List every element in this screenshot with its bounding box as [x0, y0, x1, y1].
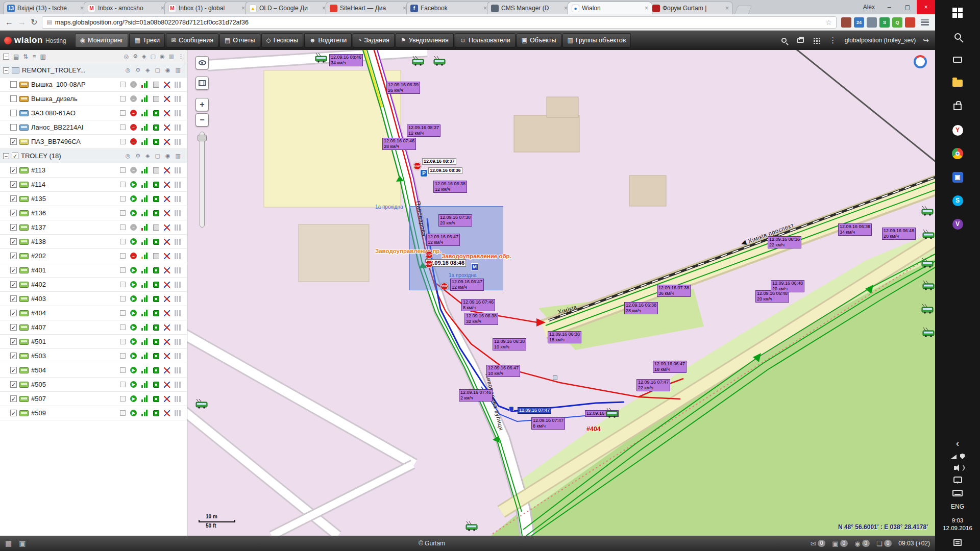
columns-icon[interactable]: ▥	[40, 53, 45, 60]
nav-item[interactable]: ✉Сообщения	[166, 33, 218, 47]
search-icon[interactable]	[779, 38, 789, 43]
extension-icon[interactable]	[841, 17, 851, 28]
map-unit-trolleybus-icon[interactable]	[922, 230, 935, 239]
forward-button[interactable]: →	[18, 18, 26, 27]
sort-icon[interactable]: ⇅	[23, 53, 28, 60]
tab-close-icon[interactable]: ×	[645, 5, 648, 12]
back-button[interactable]: ←	[5, 18, 13, 27]
tray-expand-icon[interactable]: ‹	[956, 440, 959, 447]
map-unit-trolleybus-icon[interactable]	[195, 399, 208, 409]
unit-checkbox[interactable]: ✓	[10, 224, 17, 231]
map-unit-trolleybus-icon[interactable]	[315, 53, 327, 63]
statusbar-counter[interactable]: ❏0	[876, 540, 892, 547]
unit-checkbox[interactable]: ✓	[10, 324, 17, 331]
browser-profile-name[interactable]: Alex	[863, 4, 875, 11]
group-checkbox[interactable]: ✓	[12, 153, 18, 159]
account-name[interactable]: globalposition (troley_sev)	[845, 37, 916, 44]
tab-close-icon[interactable]: ×	[322, 5, 326, 12]
statusbar-counter[interactable]: ▣0	[832, 540, 848, 547]
unit-row[interactable]: ✓#114▶	[0, 178, 187, 192]
map[interactable]: 12.09.16 08:4634 км/ч12.09.16 06:3926 км…	[187, 50, 935, 536]
column-geofence-icon[interactable]: ◈	[142, 53, 146, 60]
map-eye-button[interactable]	[195, 56, 209, 69]
logout-icon[interactable]: ↪	[923, 36, 929, 44]
unit-checkbox[interactable]: ✓	[10, 367, 17, 373]
tab-close-icon[interactable]: ×	[725, 5, 729, 12]
language-indicator[interactable]: ENG	[951, 503, 964, 510]
nav-item[interactable]: ☻Водители	[304, 33, 352, 47]
browser-menu-icon[interactable]	[920, 18, 930, 27]
security-icon[interactable]	[960, 454, 965, 459]
column-visibility-icon[interactable]: ◎	[124, 53, 129, 60]
unit-checkbox[interactable]	[10, 110, 17, 116]
extension-icon[interactable]	[905, 17, 915, 28]
taskbar-clock[interactable]: 9:03 12.09.2016	[943, 517, 972, 533]
nav-item[interactable]: ▦Треки	[129, 33, 165, 47]
unit-checkbox[interactable]: ✓	[10, 395, 17, 402]
nav-item[interactable]: ▣Объекты	[517, 33, 561, 47]
taskbar-task-view[interactable]	[935, 48, 980, 71]
nav-item[interactable]: ◇Геозоны	[261, 33, 303, 47]
filter-icon[interactable]: ≡	[32, 53, 36, 60]
unit-row[interactable]: ЗАЗ 080-61АО–	[0, 106, 187, 120]
bookmark-star-icon[interactable]: ☆	[825, 18, 832, 27]
unit-row[interactable]: Вышка_100-08АР–	[0, 78, 187, 92]
zoom-in-button[interactable]: +	[195, 98, 209, 111]
browser-tab[interactable]: CMS Manager (D×	[487, 2, 572, 14]
unit-row[interactable]: ✓ПАЗ_ВВ7496СА–	[0, 135, 187, 149]
address-bar[interactable]: ▤ maps.globalposition.org/?sid=01a08b802…	[42, 16, 837, 29]
collapse-icon[interactable]: –	[3, 67, 9, 73]
taskbar-start[interactable]	[935, 1, 980, 24]
unit-checkbox[interactable]	[10, 95, 17, 102]
extension-icon[interactable]: 24	[854, 17, 864, 28]
map-unit-trolleybus-icon[interactable]	[921, 258, 934, 268]
map-unit-trolleybus-icon[interactable]	[412, 56, 424, 66]
taskbar-store[interactable]	[935, 95, 980, 118]
map-unit-trolleybus-icon[interactable]	[433, 56, 446, 66]
close-button[interactable]: ×	[917, 0, 935, 14]
taskbar-viber[interactable]: V	[935, 212, 980, 236]
volume-icon[interactable]	[954, 466, 957, 470]
zoom-out-button[interactable]: −	[195, 113, 209, 127]
nav-item[interactable]: ⚑Уведомления	[396, 33, 454, 47]
nav-item[interactable]: ◉Мониторинг	[75, 33, 129, 47]
unit-row[interactable]: Ланос_ВВ2214АІ–	[0, 120, 187, 135]
unit-checkbox[interactable]: ✓	[10, 410, 17, 416]
map-unit-trolleybus-icon[interactable]	[922, 281, 935, 290]
unit-row[interactable]: ✓#136▶	[0, 206, 187, 220]
unit-row[interactable]: ✓#402▶	[0, 278, 187, 292]
unit-row[interactable]: ✓#509▶	[0, 406, 187, 420]
tab-close-icon[interactable]: ×	[80, 5, 84, 12]
map-unit-trolleybus-icon[interactable]	[921, 206, 934, 216]
zoom-slider[interactable]	[200, 132, 205, 228]
notification-center-icon[interactable]	[953, 539, 962, 546]
more-menu-icon[interactable]: ⋮	[828, 36, 838, 45]
group-row[interactable]: –REMONT_TROLEY...◎⚙◈▢◉▥	[0, 63, 187, 78]
browser-tab[interactable]: MInbox - amocsho×	[84, 2, 168, 14]
print-icon[interactable]	[796, 38, 805, 43]
unit-row[interactable]: ✓#135▶	[0, 192, 187, 206]
tab-close-icon[interactable]: ×	[403, 5, 406, 12]
taskbar-file-explorer[interactable]	[935, 71, 980, 95]
list-view-icon[interactable]: ▤	[13, 53, 19, 60]
extension-icon[interactable]: S	[879, 17, 890, 28]
unit-checkbox[interactable]: ✓	[10, 167, 17, 173]
unit-checkbox[interactable]: ✓	[10, 267, 17, 273]
unit-row[interactable]: ✓#501▶	[0, 335, 187, 349]
browser-tab[interactable]: MInbox (1) - global×	[164, 2, 249, 14]
taskbar-chrome[interactable]	[935, 142, 980, 165]
unit-row[interactable]: ✓#403▶	[0, 292, 187, 306]
unit-checkbox[interactable]: ✓	[10, 181, 17, 188]
unit-checkbox[interactable]: ✓	[10, 195, 17, 202]
map-unit-trolleybus-icon[interactable]	[922, 328, 935, 337]
unit-checkbox[interactable]: ✓	[10, 295, 17, 302]
network-icon[interactable]	[950, 455, 957, 459]
unit-checkbox[interactable]: ✓	[10, 310, 17, 316]
unit-checkbox[interactable]: ✓	[10, 253, 17, 259]
unit-checkbox[interactable]	[10, 124, 17, 131]
unit-row[interactable]: ✓#505▶	[0, 378, 187, 392]
unit-checkbox[interactable]: ✓	[10, 210, 17, 216]
apps-grid-icon[interactable]	[812, 37, 821, 44]
zoom-slider-thumb[interactable]	[198, 135, 207, 141]
unit-row[interactable]: ✓#401▶	[0, 263, 187, 278]
